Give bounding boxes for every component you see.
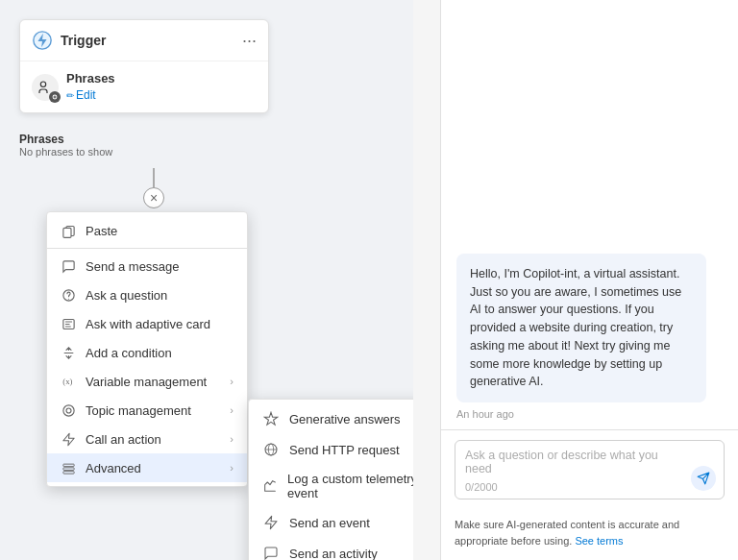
canvas-area: Trigger ··· Phrases ✏Ed	[0, 0, 413, 560]
menu-item-ask-adaptive[interactable]: Ask with adaptive card	[47, 309, 247, 338]
activity-icon	[262, 545, 280, 560]
menu-item-variable-left: (x) Variable management	[61, 374, 207, 389]
chat-time: An hour ago	[456, 408, 723, 420]
chat-bubble: Hello, I'm Copilot-int, a virtual assist…	[456, 254, 706, 402]
advanced-chevron-icon: ›	[230, 462, 234, 474]
chat-input-box: Ask a question or describe what you need…	[455, 440, 725, 499]
question-icon	[61, 287, 76, 303]
menu-item-paste-left: Paste	[61, 223, 117, 238]
connector: ×	[143, 168, 164, 208]
topic-icon	[61, 402, 76, 418]
menu-item-advanced-left: Advanced	[61, 460, 141, 475]
menu-divider	[47, 248, 247, 249]
svg-text:(x): (x)	[62, 377, 72, 386]
chat-send-button[interactable]	[691, 466, 716, 491]
trigger-header: Trigger ···	[20, 20, 268, 61]
variable-chevron-icon: ›	[230, 376, 234, 387]
menu-item-variable[interactable]: (x) Variable management ›	[47, 367, 247, 396]
menu-label-variable: Variable management	[86, 375, 207, 389]
menu-label-action: Call an action	[86, 432, 161, 447]
sub-menu-item-generative[interactable]: Generative answers	[249, 403, 413, 434]
edit-icon: ✏	[66, 90, 74, 101]
menu-item-topic[interactable]: Topic management ›	[47, 396, 247, 425]
menu-label-ask-question: Ask a question	[86, 288, 167, 303]
svg-point-6	[68, 298, 69, 299]
menu-label-advanced: Advanced	[86, 461, 141, 475]
chat-input-area: Ask a question or describe what you need…	[441, 429, 738, 509]
message-icon	[61, 258, 76, 274]
chat-panel: Hello, I'm Copilot-int, a virtual assist…	[440, 0, 738, 560]
menu-item-ask-left: Ask a question	[61, 287, 167, 303]
phrases-icon	[32, 74, 59, 101]
sub-label-activity: Send an activity	[289, 547, 378, 561]
trigger-icon	[32, 30, 53, 51]
paste-icon	[61, 223, 76, 238]
variable-icon: (x)	[61, 374, 76, 389]
menu-item-advanced[interactable]: Advanced ›	[47, 453, 247, 482]
menu-item-action-left: Call an action	[61, 431, 161, 447]
generative-icon	[262, 410, 280, 427]
http-icon	[262, 441, 280, 458]
phrases-info-title: Phrases	[19, 133, 154, 146]
phrases-edit-link[interactable]: ✏Edit	[66, 88, 96, 102]
phrases-label: Phrases	[66, 71, 257, 85]
advanced-icon	[61, 460, 76, 475]
chat-footer-link[interactable]: See terms	[575, 535, 623, 547]
trigger-more-button[interactable]: ···	[242, 32, 257, 49]
topic-chevron-icon: ›	[230, 404, 234, 416]
phrases-text-group: Phrases ✏Edit	[66, 71, 257, 103]
context-menu: Paste Send a message	[46, 211, 248, 487]
phrases-info-subtitle: No phrases to show	[19, 146, 154, 158]
trigger-title: Trigger	[61, 33, 106, 48]
sub-menu-item-activity[interactable]: Send an activity	[249, 538, 413, 560]
sub-menu-item-telemetry[interactable]: Log a custom telemetry event	[249, 465, 413, 507]
svg-rect-4	[62, 228, 70, 237]
chat-footer-text: Make sure AI-generated content is accura…	[455, 519, 679, 547]
svg-rect-11	[62, 464, 73, 467]
svg-rect-12	[62, 467, 73, 470]
menu-item-send-left: Send a message	[61, 258, 180, 274]
sub-label-generative: Generative answers	[289, 412, 401, 426]
trigger-header-left: Trigger	[32, 30, 106, 51]
chat-messages: Hello, I'm Copilot-int, a virtual assist…	[441, 0, 738, 429]
phrases-badge	[49, 91, 61, 103]
menu-label-add-condition: Add a condition	[86, 346, 172, 360]
sub-menu-item-http[interactable]: Send HTTP request	[249, 434, 413, 465]
event-icon	[262, 514, 280, 531]
sub-menu: Generative answers Send HTTP request Log…	[248, 399, 413, 560]
sub-label-http: Send HTTP request	[289, 443, 400, 457]
chat-footer: Make sure AI-generated content is accura…	[441, 509, 738, 560]
svg-point-10	[62, 404, 73, 415]
svg-point-1	[40, 82, 45, 86]
telemetry-icon	[262, 477, 278, 495]
adaptive-card-icon	[61, 316, 76, 331]
sub-menu-item-event[interactable]: Send an event	[249, 507, 413, 538]
trigger-body: Phrases ✏Edit	[20, 61, 268, 112]
menu-item-action[interactable]: Call an action ›	[47, 425, 247, 453]
sub-label-event: Send an event	[289, 516, 370, 530]
sub-label-telemetry: Log a custom telemetry event	[287, 472, 413, 500]
connector-line	[153, 168, 155, 187]
condition-icon	[61, 345, 76, 360]
trigger-card: Trigger ··· Phrases ✏Ed	[19, 19, 269, 113]
close-connector-button[interactable]: ×	[143, 187, 164, 208]
phrases-info: Phrases No phrases to show	[19, 133, 154, 158]
chat-input-count: 0/2000	[465, 481, 498, 493]
action-icon	[61, 431, 76, 447]
menu-item-condition-left: Add a condition	[61, 345, 172, 360]
svg-rect-13	[62, 471, 73, 474]
menu-item-paste[interactable]: Paste	[47, 216, 247, 245]
menu-item-send-message[interactable]: Send a message	[47, 252, 247, 280]
menu-item-ask-question[interactable]: Ask a question	[47, 280, 247, 309]
menu-label-ask-adaptive: Ask with adaptive card	[86, 317, 210, 331]
chat-message-text: Hello, I'm Copilot-int, a virtual assist…	[470, 267, 681, 389]
action-chevron-icon: ›	[230, 433, 234, 445]
chat-input-placeholder[interactable]: Ask a question or describe what you need	[465, 449, 685, 475]
menu-label-paste: Paste	[86, 224, 117, 238]
svg-point-9	[66, 408, 71, 413]
menu-item-add-condition[interactable]: Add a condition	[47, 338, 247, 367]
chat-input-wrapper: Ask a question or describe what you need…	[455, 440, 725, 499]
menu-item-topic-left: Topic management	[61, 402, 191, 418]
menu-item-adaptive-left: Ask with adaptive card	[61, 316, 210, 331]
menu-label-send-message: Send a message	[86, 259, 180, 274]
